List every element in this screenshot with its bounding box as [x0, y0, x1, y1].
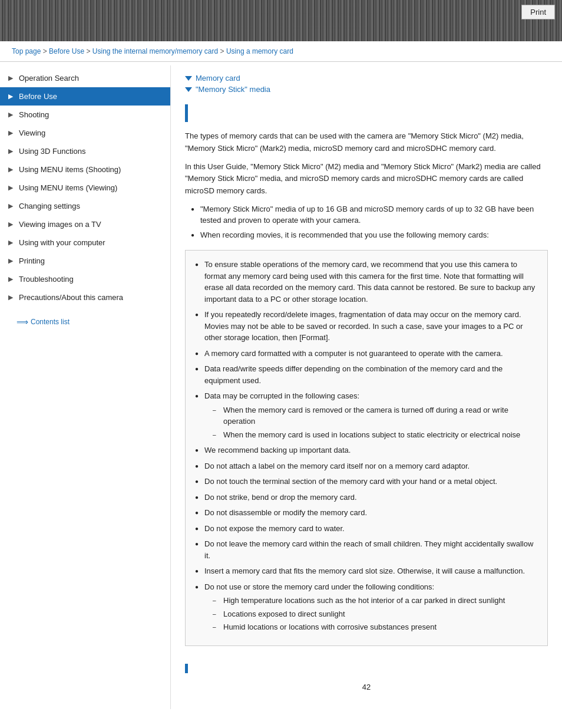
sidebar-item-operation-search[interactable]: ▶ Operation Search [0, 69, 170, 87]
section-link-memory-card[interactable]: Memory card [185, 74, 548, 83]
notes-box: To ensure stable operations of the memor… [185, 250, 548, 646]
list-item: A memory card formatted with a computer … [195, 348, 538, 360]
list-item: Do not attach a label on the memory card… [195, 460, 538, 472]
breadcrumb: Top page > Before Use > Using the intern… [0, 41, 562, 62]
list-item: When the memory card is removed or the c… [213, 404, 538, 427]
list-item: Locations exposed to direct sunlight [213, 608, 538, 620]
sidebar-item-label: Viewing [19, 129, 45, 137]
list-item: Do not disassemble or modify the memory … [195, 507, 538, 519]
notes-sub-list: When the memory card is removed or the c… [213, 404, 538, 441]
list-item: Do not touch the terminal section of the… [195, 476, 538, 487]
list-item: To ensure stable operations of the memor… [195, 259, 538, 305]
content-area: Memory card "Memory Stick" media The typ… [171, 65, 562, 709]
list-item: "Memory Stick Micro" media of up to 16 G… [191, 203, 548, 226]
main-layout: ▶ Operation Search ▶ Before Use ▶ Shooti… [0, 65, 562, 709]
arrow-icon: ▶ [8, 111, 16, 118]
list-item: We recommend backing up important data. [195, 444, 538, 456]
arrow-icon: ▶ [8, 220, 16, 228]
sidebar-item-label: Using with your computer [19, 238, 105, 247]
list-item: Insert a memory card that fits the memor… [195, 565, 538, 577]
main-bullet-list: "Memory Stick Micro" media of up to 16 G… [191, 203, 548, 241]
list-item: Do not leave the memory card within the … [195, 538, 538, 561]
sidebar-item-using-computer[interactable]: ▶ Using with your computer [0, 233, 170, 252]
bottom-blue-bar [185, 664, 188, 673]
section-link-label: "Memory Stick" media [196, 85, 270, 94]
section-heading [185, 104, 548, 122]
sidebar-item-before-use[interactable]: ▶ Before Use [0, 87, 170, 106]
sidebar-item-3d-functions[interactable]: ▶ Using 3D Functions [0, 142, 170, 160]
sidebar-item-label: Using 3D Functions [19, 147, 85, 156]
arrow-right-icon: ⟹ [16, 317, 28, 327]
print-button[interactable]: Print [521, 5, 555, 19]
sidebar-item-label: Shooting [19, 110, 49, 119]
sidebar-item-precautions[interactable]: ▶ Precautions/About this camera [0, 288, 170, 307]
notes-sub-conditions: High temperature locations such as the h… [213, 595, 538, 633]
header-bar: Print [0, 0, 562, 41]
arrow-icon: ▶ [8, 257, 16, 265]
sidebar-item-label: Using MENU items (Shooting) [19, 165, 121, 174]
main-paragraph-1: The types of memory cards that can be us… [185, 130, 548, 155]
sidebar-item-menu-shooting[interactable]: ▶ Using MENU items (Shooting) [0, 160, 170, 179]
sidebar-item-label: Precautions/About this camera [19, 293, 123, 302]
sidebar-item-label: Viewing images on a TV [19, 220, 101, 229]
arrow-icon: ▶ [8, 147, 16, 155]
section-links: Memory card "Memory Stick" media [185, 74, 548, 94]
arrow-icon: ▶ [8, 129, 16, 137]
arrow-icon: ▶ [8, 166, 16, 173]
breadcrumb-internal-memory[interactable]: Using the internal memory/memory card [92, 47, 218, 55]
sidebar-item-label: Using MENU items (Viewing) [19, 183, 117, 192]
sidebar-item-label: Printing [19, 256, 45, 265]
breadcrumb-using-memory-card[interactable]: Using a memory card [226, 47, 293, 55]
list-item: When recording movies, it is recommended… [191, 229, 548, 241]
arrow-icon: ▶ [8, 294, 16, 301]
sidebar-item-changing-settings[interactable]: ▶ Changing settings [0, 197, 170, 215]
breadcrumb-top[interactable]: Top page [12, 47, 41, 55]
list-item: Do not use or store the memory card unde… [195, 581, 538, 633]
arrow-icon: ▶ [8, 93, 16, 100]
blue-bar-decoration [185, 104, 188, 122]
list-item: Data may be corrupted in the following c… [195, 390, 538, 440]
sidebar-item-label: Operation Search [19, 74, 79, 83]
sidebar: ▶ Operation Search ▶ Before Use ▶ Shooti… [0, 65, 171, 709]
main-paragraph-2: In this User Guide, "Memory Stick Micro"… [185, 161, 548, 197]
list-item: If you repeatedly record/delete images, … [195, 309, 538, 344]
sidebar-item-troubleshooting[interactable]: ▶ Troubleshooting [0, 270, 170, 288]
list-item: Humid locations or locations with corros… [213, 621, 538, 633]
triangle-down-icon [185, 76, 192, 81]
section-link-memory-stick[interactable]: "Memory Stick" media [185, 85, 548, 94]
sidebar-item-viewing-images-tv[interactable]: ▶ Viewing images on a TV [0, 215, 170, 233]
contents-list-link[interactable]: ⟹ Contents list [8, 311, 162, 332]
sidebar-item-label: Troubleshooting [19, 275, 74, 284]
sidebar-item-viewing[interactable]: ▶ Viewing [0, 124, 170, 142]
list-item: Data read/write speeds differ depending … [195, 363, 538, 386]
list-item: When the memory card is used in location… [213, 429, 538, 441]
arrow-icon: ▶ [8, 184, 16, 192]
list-item: Do not strike, bend or drop the memory c… [195, 492, 538, 503]
sidebar-item-shooting[interactable]: ▶ Shooting [0, 106, 170, 124]
breadcrumb-before-use[interactable]: Before Use [49, 47, 84, 55]
sidebar-item-printing[interactable]: ▶ Printing [0, 252, 170, 270]
sidebar-item-menu-viewing[interactable]: ▶ Using MENU items (Viewing) [0, 179, 170, 197]
sidebar-item-label: Changing settings [19, 202, 80, 210]
arrow-icon: ▶ [8, 239, 16, 246]
contents-list-label: Contents list [31, 318, 70, 326]
section-link-label: Memory card [196, 74, 240, 83]
page-number: 42 [185, 683, 548, 691]
list-item: High temperature locations such as the h… [213, 595, 538, 607]
sidebar-item-label: Before Use [19, 92, 57, 101]
triangle-down-icon [185, 87, 192, 92]
arrow-icon: ▶ [8, 202, 16, 210]
arrow-icon: ▶ [8, 74, 16, 82]
list-item: Do not expose the memory card to water. [195, 523, 538, 535]
notes-bullet-list: To ensure stable operations of the memor… [195, 259, 538, 633]
arrow-icon: ▶ [8, 275, 16, 283]
